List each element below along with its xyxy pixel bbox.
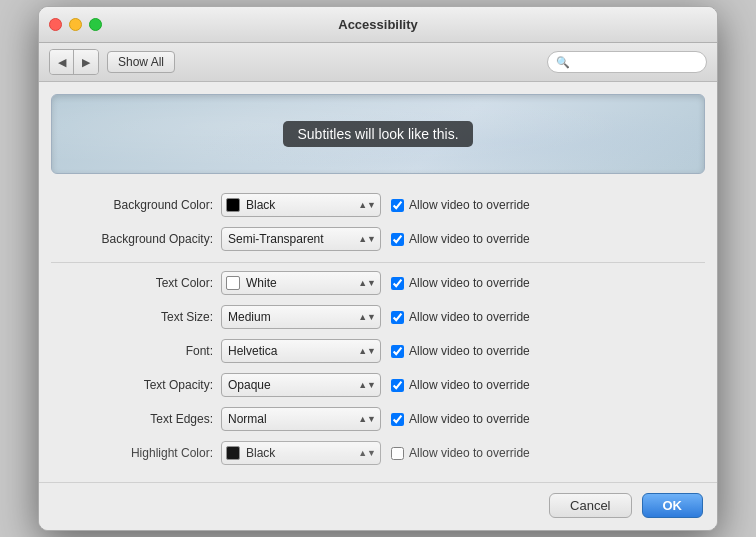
- text-size-override[interactable]: Allow video to override: [391, 310, 530, 324]
- bg-opacity-override-checkbox[interactable]: [391, 233, 404, 246]
- text-size-override-checkbox[interactable]: [391, 311, 404, 324]
- label-font: Font:: [51, 344, 221, 358]
- bg-color-select[interactable]: Black White Gray: [221, 193, 381, 217]
- bg-color-dropdown-wrapper: Black White Gray ▲▼: [221, 193, 381, 217]
- settings-grid: Background Color: Black White Gray ▲▼: [51, 188, 705, 470]
- label-bg-opacity: Background Opacity:: [51, 232, 221, 246]
- text-opacity-select[interactable]: Opaque Semi-Transparent Transparent: [221, 373, 381, 397]
- show-all-button[interactable]: Show All: [107, 51, 175, 73]
- control-font: Helvetica Arial Georgia ▲▼ Allow video t…: [221, 339, 705, 363]
- label-text-color: Text Color:: [51, 276, 221, 290]
- label-text-size: Text Size:: [51, 310, 221, 324]
- label-bg-color: Background Color:: [51, 198, 221, 212]
- text-color-override-checkbox[interactable]: [391, 277, 404, 290]
- font-override-checkbox[interactable]: [391, 345, 404, 358]
- window-title: Accessibility: [338, 17, 418, 32]
- text-opacity-override-checkbox[interactable]: [391, 379, 404, 392]
- control-text-size: Small Medium Large ▲▼ Allow video to ove…: [221, 305, 705, 329]
- minimize-button[interactable]: [69, 18, 82, 31]
- settings-scroll[interactable]: Background Color: Black White Gray ▲▼: [51, 188, 705, 470]
- control-highlight-color: Black White Gray ▲▼ Allow video to overr…: [221, 441, 705, 465]
- highlight-color-override[interactable]: Allow video to override: [391, 446, 530, 460]
- bg-opacity-override-label: Allow video to override: [409, 232, 530, 246]
- bg-color-override-label: Allow video to override: [409, 198, 530, 212]
- label-highlight-color: Highlight Color:: [51, 446, 221, 460]
- font-override-label: Allow video to override: [409, 344, 530, 358]
- text-size-override-label: Allow video to override: [409, 310, 530, 324]
- text-edges-override[interactable]: Allow video to override: [391, 412, 530, 426]
- setting-row-bg-color: Background Color: Black White Gray ▲▼: [51, 188, 705, 222]
- content-area: Subtitles will look like this. Backgroun…: [39, 82, 717, 482]
- text-color-override-label: Allow video to override: [409, 276, 530, 290]
- toolbar: ◀ ▶ Show All 🔍: [39, 43, 717, 82]
- highlight-color-select[interactable]: Black White Gray: [221, 441, 381, 465]
- text-opacity-dropdown-wrapper: Opaque Semi-Transparent Transparent ▲▼: [221, 373, 381, 397]
- control-text-color: White Black Gray ▲▼ Allow video to overr…: [221, 271, 705, 295]
- text-size-select[interactable]: Small Medium Large: [221, 305, 381, 329]
- text-opacity-override-label: Allow video to override: [409, 378, 530, 392]
- control-text-edges: Normal Raised Depressed Uniform Drop Sha…: [221, 407, 705, 431]
- control-bg-opacity: Semi-Transparent Opaque Transparent ▲▼ A…: [221, 227, 705, 251]
- highlight-color-override-checkbox[interactable]: [391, 447, 404, 460]
- search-box[interactable]: 🔍: [547, 51, 707, 73]
- highlight-color-dropdown-wrapper: Black White Gray ▲▼: [221, 441, 381, 465]
- text-color-override[interactable]: Allow video to override: [391, 276, 530, 290]
- nav-buttons: ◀ ▶: [49, 49, 99, 75]
- ok-button[interactable]: OK: [642, 493, 704, 518]
- back-button[interactable]: ◀: [50, 50, 74, 74]
- forward-button[interactable]: ▶: [74, 50, 98, 74]
- text-edges-override-label: Allow video to override: [409, 412, 530, 426]
- text-edges-override-checkbox[interactable]: [391, 413, 404, 426]
- search-icon: 🔍: [556, 56, 570, 69]
- bottom-bar: Cancel OK: [39, 482, 717, 530]
- control-text-opacity: Opaque Semi-Transparent Transparent ▲▼ A…: [221, 373, 705, 397]
- setting-row-text-edges: Text Edges: Normal Raised Depressed Unif…: [51, 402, 705, 436]
- text-edges-select[interactable]: Normal Raised Depressed Uniform Drop Sha…: [221, 407, 381, 431]
- text-color-dropdown-wrapper: White Black Gray ▲▼: [221, 271, 381, 295]
- subtitle-preview-text: Subtitles will look like this.: [283, 121, 472, 147]
- main-window: Accessibility ◀ ▶ Show All 🔍 Subtitles w…: [38, 6, 718, 531]
- bg-opacity-override[interactable]: Allow video to override: [391, 232, 530, 246]
- font-select[interactable]: Helvetica Arial Georgia: [221, 339, 381, 363]
- maximize-button[interactable]: [89, 18, 102, 31]
- cancel-button[interactable]: Cancel: [549, 493, 631, 518]
- bg-opacity-dropdown-wrapper: Semi-Transparent Opaque Transparent ▲▼: [221, 227, 381, 251]
- font-override[interactable]: Allow video to override: [391, 344, 530, 358]
- close-button[interactable]: [49, 18, 62, 31]
- setting-row-text-size: Text Size: Small Medium Large ▲▼: [51, 300, 705, 334]
- preview-panel: Subtitles will look like this.: [51, 94, 705, 174]
- text-size-dropdown-wrapper: Small Medium Large ▲▼: [221, 305, 381, 329]
- text-color-select[interactable]: White Black Gray: [221, 271, 381, 295]
- setting-row-text-opacity: Text Opacity: Opaque Semi-Transparent Tr…: [51, 368, 705, 402]
- setting-row-highlight-color: Highlight Color: Black White Gray ▲▼: [51, 436, 705, 470]
- bg-color-override-checkbox[interactable]: [391, 199, 404, 212]
- setting-row-font: Font: Helvetica Arial Georgia ▲▼: [51, 334, 705, 368]
- setting-row-text-color: Text Color: White Black Gray ▲▼: [51, 262, 705, 300]
- titlebar: Accessibility: [39, 7, 717, 43]
- bg-color-override[interactable]: Allow video to override: [391, 198, 530, 212]
- control-bg-color: Black White Gray ▲▼ Allow video to overr…: [221, 193, 705, 217]
- highlight-color-override-label: Allow video to override: [409, 446, 530, 460]
- bg-opacity-select[interactable]: Semi-Transparent Opaque Transparent: [221, 227, 381, 251]
- window-controls: [49, 18, 102, 31]
- label-text-edges: Text Edges:: [51, 412, 221, 426]
- font-dropdown-wrapper: Helvetica Arial Georgia ▲▼: [221, 339, 381, 363]
- label-text-opacity: Text Opacity:: [51, 378, 221, 392]
- text-opacity-override[interactable]: Allow video to override: [391, 378, 530, 392]
- text-edges-dropdown-wrapper: Normal Raised Depressed Uniform Drop Sha…: [221, 407, 381, 431]
- setting-row-bg-opacity: Background Opacity: Semi-Transparent Opa…: [51, 222, 705, 256]
